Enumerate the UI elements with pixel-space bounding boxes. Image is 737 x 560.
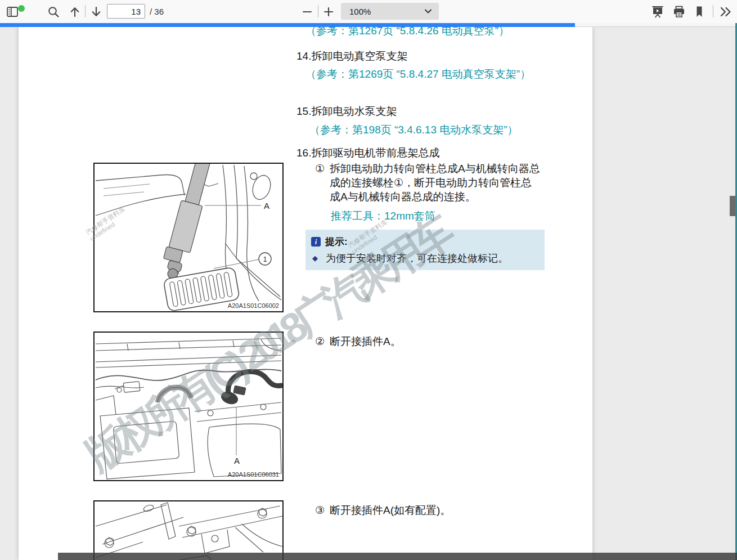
reference-link[interactable]: （参考：第1269页 “5.8.4.27 电动真空泵支架”）: [305, 67, 532, 81]
substep-marker: ②: [315, 334, 330, 348]
bookmark-button[interactable]: [691, 4, 707, 20]
step-16-substep-2: ② 断开接插件A。: [315, 334, 541, 348]
toolbar-divider: [713, 5, 713, 17]
figure-bracket-bolts: [93, 500, 284, 560]
figure-2-drawing: A A20A1S01C06031: [95, 333, 282, 480]
sidebar-icon: [6, 5, 19, 19]
pdf-viewport[interactable]: A 1 A20A1S01C06002: [0, 27, 737, 560]
search-icon: [47, 6, 60, 18]
presentation-icon: [651, 5, 664, 19]
step-15-title: 15.拆卸电动水泵支架: [296, 104, 397, 118]
minus-icon: [302, 6, 313, 17]
next-page-button[interactable]: [88, 4, 104, 20]
step-16-substep-1: ① 拆卸电动助力转向管柱总成A与机械转向器总成的连接螺栓①，断开电动助力转向管柱…: [315, 162, 541, 204]
more-tools-button[interactable]: [718, 4, 734, 20]
substep-marker: ①: [315, 162, 330, 204]
reference-link[interactable]: （参考：第198页 “3.4.6.13 电动水泵支架”）: [309, 123, 518, 137]
figure-steering-column: A 1 A20A1S01C06002: [93, 163, 284, 312]
figure-code: A20A1S01C06031: [228, 471, 279, 478]
figure-code: A20A1S01C06002: [228, 302, 279, 309]
print-icon: [672, 5, 686, 19]
notification-dot-icon: [18, 5, 25, 12]
previous-page-button[interactable]: [67, 4, 83, 20]
info-icon: [311, 237, 321, 247]
figure-3-drawing: [95, 501, 282, 560]
arrow-down-icon: [90, 6, 102, 18]
figure-1-drawing: A 1 A20A1S01C06002: [95, 164, 282, 311]
zoom-select[interactable]: 100%: [341, 3, 439, 20]
toolbar-divider: [85, 5, 86, 17]
substep-marker: ③: [315, 503, 330, 517]
arrow-up-icon: [69, 6, 81, 18]
step-16-title: 16.拆卸驱动电机带前悬架总成: [296, 146, 439, 160]
chevron-down-icon: [424, 8, 432, 14]
tip-item: ◆ 为便于安装时对齐，可在连接处做标记。: [305, 248, 545, 265]
tip-header: 提示:: [305, 230, 545, 248]
zoom-select-value: 100%: [341, 7, 424, 16]
vertical-scrollbar-thumb[interactable]: [730, 196, 735, 216]
step-14-title: 14.拆卸电动真空泵支架: [296, 49, 407, 63]
page-number-input[interactable]: [107, 4, 145, 19]
callout-number: 1: [263, 256, 267, 263]
substep-text: 拆卸电动助力转向管柱总成A与机械转向器总成的连接螺栓①，断开电动助力转向管柱总成…: [330, 162, 541, 204]
search-button[interactable]: [46, 4, 61, 20]
bottom-overlay-bar: [58, 553, 737, 560]
figure-label-a: A: [264, 201, 269, 210]
bookmark-icon: [693, 5, 706, 19]
step-16-substep-3: ③ 断开接插件A(如有配置)。: [315, 503, 541, 517]
pdf-toolbar: / 36 100%: [0, 0, 737, 23]
loading-bar-progress: [0, 23, 575, 27]
tip-title: 提示:: [325, 235, 348, 248]
print-button[interactable]: [671, 4, 687, 20]
page-count-label: / 36: [150, 7, 164, 16]
zoom-out-button[interactable]: [299, 4, 315, 20]
double-chevron-right-icon: [719, 5, 732, 19]
figure-connector-a: A A20A1S01C06031: [93, 331, 284, 481]
loading-bar-track: [0, 23, 737, 27]
toggle-sidebar-button[interactable]: [5, 4, 20, 20]
diamond-bullet-icon: ◆: [312, 252, 318, 265]
tip-text: 为便于安装时对齐，可在连接处做标记。: [326, 252, 508, 265]
tip-box: 提示: ◆ 为便于安装时对齐，可在连接处做标记。: [305, 230, 545, 270]
figure-label-a: A: [234, 456, 240, 465]
presentation-mode-button[interactable]: [650, 4, 666, 20]
substep-text: 断开接插件A。: [330, 334, 541, 348]
reference-link[interactable]: （参考：第1267页 “5.8.4.26 电动真空泵”）: [305, 27, 509, 38]
substep-text: 断开接插件A(如有配置)。: [330, 503, 541, 517]
plus-icon: [323, 6, 334, 17]
toolbar-divider: [318, 5, 318, 17]
zoom-in-button[interactable]: [321, 4, 336, 20]
recommended-tool: 推荐工具：12mm套筒: [331, 209, 435, 223]
pdf-page: A 1 A20A1S01C06002: [19, 27, 592, 560]
